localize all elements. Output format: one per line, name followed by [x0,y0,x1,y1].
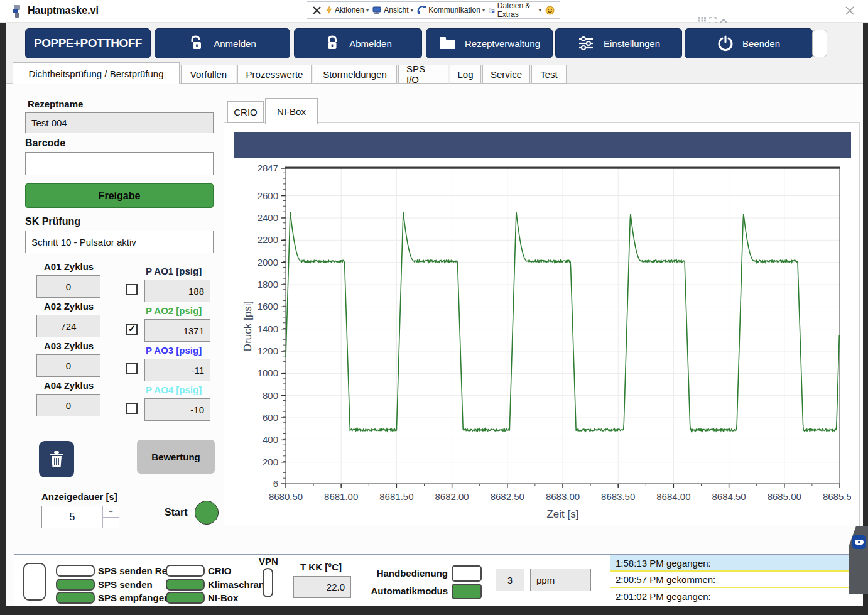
decrement-button[interactable]: − [103,518,119,528]
menu-ansicht[interactable]: Ansicht▾ [372,6,413,14]
tab-prozesswerte[interactable]: Prozesswerte [237,65,312,84]
sps-senden-led [56,579,95,591]
ppm-value-field: 3 [496,569,524,591]
rezeptname-label: Rezeptname [28,99,83,109]
sk-pruefung-label: SK Prüfung [25,216,80,227]
abmelden-button[interactable]: Abmelden [294,28,422,58]
power-icon [717,35,734,52]
tab-crio[interactable]: CRIO [227,101,264,123]
increment-button[interactable]: + [103,506,119,518]
anzeigedauer-label: Anzeigedauer [s] [41,491,117,502]
svg-text:8684.00: 8684.00 [656,491,690,502]
anmelden-button[interactable]: Anmelden [155,28,290,58]
tab-vorfuellen[interactable]: Vorfüllen [181,65,236,84]
svg-text:1800: 1800 [258,279,278,290]
delete-button[interactable] [39,441,74,477]
svg-text:8680.50: 8680.50 [269,491,303,502]
a02-zyklus-label: A02 Zyklus [44,301,94,312]
svg-text:6: 6 [273,478,278,489]
status-indicator-blank [23,563,46,601]
crio-label: CRIO [208,565,232,576]
chevron-down-icon: ▾ [366,7,369,13]
beenden-button[interactable]: Beenden [685,28,813,58]
svg-text:8681.00: 8681.00 [324,491,358,502]
handbedienung-label: Handbedienung [371,568,448,579]
tab-sps-io[interactable]: SPS I/O [398,65,448,84]
labview-vi-icon [10,4,24,19]
svg-text:8685.50: 8685.50 [823,491,851,502]
p-ao2-checkbox[interactable] [126,324,138,335]
sk-pruefung-field: Schritt 10 - Pulsator aktiv [25,231,214,253]
tkk-label: T KK [°C] [300,562,342,572]
anzeigedauer-value[interactable]: 5 [42,506,102,528]
bewertung-button[interactable]: Bewertung [137,440,215,474]
smiley-icon[interactable] [545,6,555,15]
barcode-label: Barcode [25,138,65,149]
log-row[interactable]: 2:00:57 PM gekommen: [610,572,863,588]
svg-text:800: 800 [263,390,278,401]
tkk-field: 22.0 [293,576,351,598]
svg-text:1200: 1200 [258,346,278,356]
svg-text:400: 400 [263,434,278,445]
window-title: Hauptmaske.vi [28,5,99,16]
rezeptname-field[interactable]: Test 004 [25,112,214,133]
svg-text:2400: 2400 [258,212,278,223]
title-bar: Hauptmaske.vi Aktionen▾ Ansicht▾ Kommuni… [0,0,868,23]
pressure-chart: 6200400600800100012001400160018002000220… [234,158,851,526]
a02-zyklus-field[interactable]: 724 [36,315,100,337]
svg-text:8685.00: 8685.00 [768,491,801,502]
tab-service[interactable]: Service [482,65,530,84]
automatikmodus-led [452,584,482,599]
anzeigedauer-stepper[interactable]: 5 + − [41,506,119,528]
svg-text:2000: 2000 [258,257,278,268]
p-ao3-checkbox[interactable] [126,363,138,374]
close-icon [845,6,855,16]
svg-text:2200: 2200 [258,234,278,245]
ni-box-label: NI-Box [208,592,238,603]
barcode-input[interactable] [25,152,214,175]
a03-zyklus-field[interactable]: 0 [36,354,100,377]
window-close-button[interactable] [842,3,858,19]
main-tabstrip: Dichtheitsprüfung / Berstprüfung Vorfüll… [6,60,863,84]
svg-text:1000: 1000 [258,367,278,378]
p-ao1-checkbox[interactable] [126,284,138,295]
vpn-label: VPN [259,556,278,567]
tab-ni-box[interactable]: NI-Box [265,98,318,124]
trash-icon [48,449,65,469]
teamviewer-icon[interactable] [852,535,866,549]
p-ao3-label: P AO3 [psig] [146,345,202,356]
p-ao4-checkbox[interactable] [126,403,138,414]
handbedienung-led [452,565,482,582]
svg-text:8683.50: 8683.50 [601,491,635,502]
lock-icon [324,35,340,52]
crio-led [166,565,205,577]
a04-zyklus-field[interactable]: 0 [36,394,100,416]
start-led[interactable] [195,501,219,525]
tab-stoermeldungen[interactable]: Störmeldungen [313,65,397,84]
menu-aktionen[interactable]: Aktionen▾ [325,6,369,14]
freigabe-button[interactable]: Freigabe [25,183,214,208]
abort-icon[interactable] [312,6,322,15]
klimaschrank-led [166,579,205,591]
einstellungen-button[interactable]: Einstellungen [555,28,682,58]
menu-kommunikation[interactable]: Kommunikation▾ [417,6,485,14]
event-log-list: 1:58:13 PM gegangen: 2:00:57 PM gekommen… [610,555,863,606]
chevron-down-icon: ▾ [538,7,541,13]
rezeptverwaltung-button[interactable]: Rezeptverwaltung [426,28,553,58]
svg-text:Druck [psi]: Druck [psi] [242,301,254,351]
p-ao2-label: P AO2 [psig] [146,305,202,316]
log-row[interactable]: 2:01:02 PM gegangen: [610,588,863,604]
log-row[interactable]: 1:58:13 PM gegangen: [610,555,863,572]
a04-zyklus-label: A04 Zyklus [44,380,94,391]
klimaschrank-label: Klimaschrank [208,579,269,590]
tab-test[interactable]: Test [531,65,567,84]
tab-log[interactable]: Log [450,65,481,84]
menu-dateien-extras[interactable]: Dateien & Extras▾ [489,1,541,19]
a01-zyklus-field[interactable]: 0 [36,275,100,298]
frame-left [0,23,6,615]
automatikmodus-label: Automatikmodus [365,585,448,596]
svg-text:8684.50: 8684.50 [712,491,746,502]
sps-empfangen-led [56,592,95,604]
tab-dichtheitspruefung[interactable]: Dichtheitsprüfung / Berstprüfung [13,62,180,84]
vpn-led [263,568,273,597]
